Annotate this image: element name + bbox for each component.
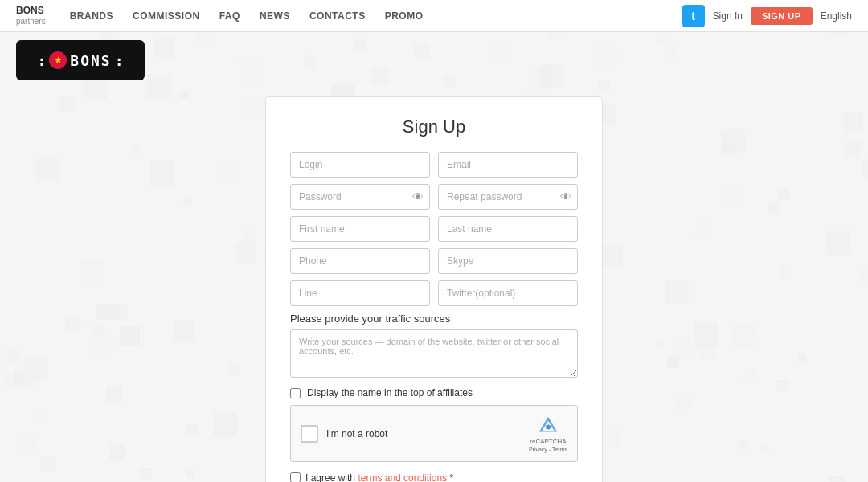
terms-label: I agree with terms and conditions * — [305, 470, 453, 482]
logo-star-circle: ★ — [49, 51, 67, 69]
bons-logo: : ★ BONS : — [16, 40, 145, 80]
twitter-icon[interactable]: t — [682, 5, 705, 27]
traffic-sources-section: Please provide your traffic sources — [290, 312, 578, 381]
recaptcha-left: I'm not a robot — [301, 425, 387, 443]
signin-link[interactable]: Sign In — [713, 10, 743, 22]
signup-button[interactable]: SIGN UP — [751, 7, 813, 25]
header-right: t Sign In SIGN UP English — [682, 5, 852, 27]
row-names — [290, 216, 578, 242]
logo-colon-2: : — [115, 52, 124, 69]
login-input[interactable] — [290, 152, 430, 178]
nav-news[interactable]: NEWS — [260, 10, 290, 22]
recaptcha-logo: reCAPTCHAPrivacy - Terms — [529, 414, 567, 453]
site-logo: BONS partners — [16, 6, 46, 25]
svg-point-0 — [546, 425, 551, 430]
traffic-textarea[interactable] — [290, 329, 578, 378]
main-nav: BRANDS COMMISSION FAQ NEWS CONTACTS PROM… — [70, 10, 424, 22]
skype-field — [438, 248, 578, 274]
line-field — [290, 280, 430, 306]
nav-faq[interactable]: FAQ — [219, 10, 240, 22]
terms-post-text: * — [447, 472, 453, 482]
logo-banner: : ★ BONS : — [0, 32, 868, 88]
twitter-field — [438, 280, 578, 306]
nav-commission[interactable]: COMMISSION — [133, 10, 200, 22]
row-line-twitter — [290, 280, 578, 306]
repeat-password-input[interactable] — [438, 184, 578, 210]
lastname-field — [438, 216, 578, 242]
nav-promo[interactable]: PROMO — [385, 10, 424, 22]
display-name-checkbox[interactable] — [290, 388, 301, 398]
logo-brand-text: BONS — [70, 52, 111, 69]
twitter-input[interactable] — [438, 280, 578, 306]
phone-field — [290, 248, 430, 274]
signup-card: Sign Up 👁 👁 — [265, 96, 603, 482]
signup-title: Sign Up — [290, 116, 578, 137]
main-content: Sign Up 👁 👁 — [0, 88, 868, 482]
terms-checkbox[interactable] — [290, 472, 301, 482]
terms-link[interactable]: terms and conditions — [358, 472, 447, 482]
terms-row: I agree with terms and conditions * — [290, 470, 578, 482]
logo-bottom-text: partners — [16, 17, 46, 26]
email-field — [438, 152, 578, 178]
display-name-row: Display the name in the top of affiliate… — [290, 387, 578, 398]
repeat-password-field: 👁 — [438, 184, 578, 210]
nav-contacts[interactable]: CONTACTS — [309, 10, 366, 22]
lastname-input[interactable] — [438, 216, 578, 242]
recaptcha-checkbox[interactable] — [301, 425, 318, 443]
recaptcha-logo-icon — [536, 414, 560, 438]
password-input[interactable] — [290, 184, 430, 210]
logo-colon: : — [37, 52, 46, 69]
row-phone-skype — [290, 248, 578, 274]
email-input[interactable] — [438, 152, 578, 178]
traffic-label: Please provide your traffic sources — [290, 312, 578, 325]
header-left: BONS partners BRANDS COMMISSION FAQ NEWS… — [16, 6, 424, 25]
row-login-email — [290, 152, 578, 178]
nav-brands[interactable]: BRANDS — [70, 10, 113, 22]
language-selector[interactable]: English — [821, 10, 852, 22]
firstname-input[interactable] — [290, 216, 430, 242]
recaptcha-label: I'm not a robot — [326, 428, 387, 439]
password-field: 👁 — [290, 184, 430, 210]
header: BONS partners BRANDS COMMISSION FAQ NEWS… — [0, 0, 868, 32]
line-input[interactable] — [290, 280, 430, 306]
firstname-field — [290, 216, 430, 242]
display-name-label: Display the name in the top of affiliate… — [307, 387, 473, 398]
recaptcha-box[interactable]: I'm not a robot reCAPTCHAPrivacy - Terms — [290, 405, 578, 462]
phone-input[interactable] — [290, 248, 430, 274]
skype-input[interactable] — [438, 248, 578, 274]
recaptcha-brand-text: reCAPTCHAPrivacy - Terms — [529, 438, 567, 453]
logo-top-text: BONS — [16, 6, 46, 16]
row-passwords: 👁 👁 — [290, 184, 578, 210]
login-field — [290, 152, 430, 178]
terms-pre-text: I agree with — [305, 472, 358, 482]
